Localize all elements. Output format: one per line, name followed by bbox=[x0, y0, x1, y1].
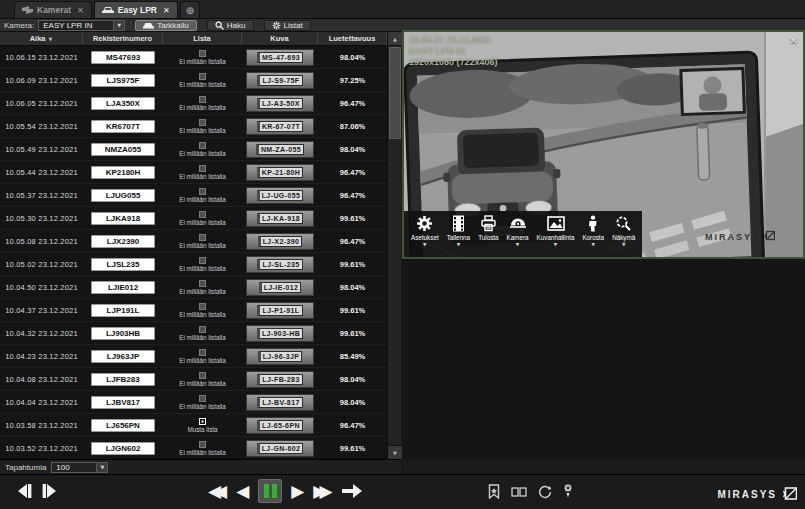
row-list-checkbox[interactable] bbox=[199, 418, 206, 425]
bookmark-icon[interactable] bbox=[488, 484, 500, 499]
table-row[interactable]: 10.06.09 23.12.2021 Ei millään listalla … bbox=[0, 69, 387, 92]
close-tab-icon[interactable]: ✕ bbox=[163, 6, 170, 15]
fast-forward-button[interactable]: ▶▶ bbox=[313, 483, 332, 500]
tab-kamerat[interactable]: Kamerat ✕ bbox=[14, 1, 92, 18]
row-reg-input[interactable] bbox=[91, 189, 155, 202]
row-reg-input[interactable] bbox=[91, 350, 155, 363]
row-reg-input[interactable] bbox=[91, 442, 155, 455]
row-reg-input[interactable] bbox=[91, 396, 155, 409]
row-list-checkbox[interactable] bbox=[199, 280, 206, 287]
close-tab-icon[interactable]: ✕ bbox=[77, 6, 84, 15]
table-row[interactable]: 10.05.08 23.12.2021 Ei millään listalla … bbox=[0, 230, 387, 253]
row-list-checkbox[interactable] bbox=[199, 234, 206, 241]
header-kuva[interactable]: Kuva bbox=[242, 32, 318, 45]
jump-to-end-button[interactable] bbox=[341, 483, 363, 499]
row-list-checkbox[interactable] bbox=[199, 50, 206, 57]
row-plate-text: LJ-SL-235 bbox=[257, 259, 302, 270]
scrollbar-down-button[interactable]: ▼ bbox=[388, 445, 402, 459]
table-row[interactable]: 10.04.23 23.12.2021 Ei millään listalla … bbox=[0, 345, 387, 368]
header-lista[interactable]: Lista bbox=[163, 32, 242, 45]
row-confidence: 96.47% bbox=[340, 237, 365, 246]
table-row[interactable]: 10.04.50 23.12.2021 Ei millään listalla … bbox=[0, 276, 387, 299]
pin-gear-icon[interactable] bbox=[563, 484, 573, 499]
row-plate-image: KP-21-80H bbox=[246, 164, 314, 181]
table-row[interactable]: 10.06.15 23.12.2021 Ei millään listalla … bbox=[0, 46, 387, 69]
row-reg-input[interactable] bbox=[91, 120, 155, 133]
row-list-checkbox[interactable] bbox=[199, 441, 206, 448]
row-reg-input[interactable] bbox=[91, 51, 155, 64]
row-confidence: 99.61% bbox=[340, 329, 365, 338]
row-reg-input[interactable] bbox=[91, 74, 155, 87]
row-reg-input[interactable] bbox=[91, 258, 155, 271]
row-reg-input[interactable] bbox=[91, 97, 155, 110]
new-tab-button[interactable]: ⊕ bbox=[180, 1, 200, 18]
video-tool-nakyma[interactable]: Näkymä ▼ bbox=[609, 214, 638, 247]
row-list-checkbox[interactable] bbox=[199, 96, 206, 103]
header-luetettavuus[interactable]: Luetettavuus bbox=[318, 32, 387, 45]
table-row[interactable]: 10.03.58 23.12.2021 Musta lista LJ-65-6P… bbox=[0, 414, 387, 437]
table-row[interactable]: 10.04.08 23.12.2021 Ei millään listalla … bbox=[0, 368, 387, 391]
row-reg-input[interactable] bbox=[91, 235, 155, 248]
row-reg-input[interactable] bbox=[91, 143, 155, 156]
row-reg-input[interactable] bbox=[91, 373, 155, 386]
row-reg-input[interactable] bbox=[91, 419, 155, 432]
haku-button[interactable]: Haku bbox=[207, 20, 254, 31]
video-tool-kamera[interactable]: Kamera ▼ bbox=[504, 214, 532, 247]
row-list-checkbox[interactable] bbox=[199, 395, 206, 402]
table-row[interactable]: 10.03.52 23.12.2021 Ei millään listalla … bbox=[0, 437, 387, 459]
row-list-checkbox[interactable] bbox=[199, 349, 206, 356]
row-reg-input[interactable] bbox=[91, 281, 155, 294]
table-row[interactable]: 10.06.05 23.12.2021 Ei millään listalla … bbox=[0, 92, 387, 115]
video-view[interactable]: LJ-UG-055 10.05.37 23.12.2021 EASY LPR I… bbox=[402, 30, 805, 259]
table-row[interactable]: 10.05.37 23.12.2021 Ei millään listalla … bbox=[0, 184, 387, 207]
close-video-icon[interactable]: ✕ bbox=[790, 35, 798, 46]
pause-button[interactable] bbox=[258, 479, 282, 503]
tarkkailu-button[interactable]: Tarkkailu bbox=[135, 20, 197, 31]
video-tool-korosta[interactable]: Korosta ▼ bbox=[579, 214, 607, 247]
row-list-checkbox[interactable] bbox=[199, 211, 206, 218]
tab-easy-lpr[interactable]: Easy LPR ✕ bbox=[94, 1, 178, 18]
row-reg-input[interactable] bbox=[91, 212, 155, 225]
step-forward-button[interactable] bbox=[40, 481, 60, 501]
header-aika[interactable]: Aika▼ bbox=[0, 32, 83, 45]
row-list-checkbox[interactable] bbox=[199, 303, 206, 310]
table-row[interactable]: 10.05.44 23.12.2021 Ei millään listalla … bbox=[0, 161, 387, 184]
video-tool-asetukset[interactable]: Asetukset ▼ bbox=[408, 214, 442, 247]
row-list-label: Ei millään listalla bbox=[179, 311, 226, 318]
video-tool-tallenna[interactable]: Tallenna ▼ bbox=[444, 214, 473, 247]
row-list-checkbox[interactable] bbox=[199, 257, 206, 264]
table-row[interactable]: 10.04.04 23.12.2021 Ei millään listalla … bbox=[0, 391, 387, 414]
table-row[interactable]: 10.05.30 23.12.2021 Ei millään listalla … bbox=[0, 207, 387, 230]
video-tool-tulosta[interactable]: Tulosta bbox=[475, 214, 501, 241]
row-list-checkbox[interactable] bbox=[199, 119, 206, 126]
row-plate-text: LJ-96-3JP bbox=[258, 351, 303, 362]
play-button[interactable]: ▶ bbox=[291, 483, 304, 500]
rewind-button[interactable]: ◀◀ bbox=[208, 483, 227, 500]
header-rekisterinumero[interactable]: Rekisterinumero bbox=[83, 32, 163, 45]
row-list-checkbox[interactable] bbox=[199, 142, 206, 149]
step-backward-button[interactable] bbox=[14, 481, 34, 501]
row-list-checkbox[interactable] bbox=[199, 188, 206, 195]
clock-icon[interactable] bbox=[538, 485, 552, 499]
camera-select[interactable]: EASY LPR IN ▼ bbox=[38, 20, 125, 31]
listat-button[interactable]: Listat bbox=[264, 20, 311, 31]
previous-frame-button[interactable]: ◀ bbox=[236, 483, 249, 500]
row-list-checkbox[interactable] bbox=[199, 73, 206, 80]
events-count-select[interactable]: 100 ▼ bbox=[51, 462, 108, 473]
row-list-checkbox[interactable] bbox=[199, 372, 206, 379]
scrollbar-thumb[interactable] bbox=[389, 47, 401, 139]
table-row[interactable]: 10.04.32 23.12.2021 Ei millään listalla … bbox=[0, 322, 387, 345]
row-reg-input[interactable] bbox=[91, 166, 155, 179]
row-reg-input[interactable] bbox=[91, 327, 155, 340]
scrollbar-up-button[interactable]: ▲ bbox=[388, 32, 402, 46]
table-row[interactable]: 10.05.49 23.12.2021 Ei millään listalla … bbox=[0, 138, 387, 161]
row-reg-input[interactable] bbox=[91, 304, 155, 317]
frames-icon[interactable] bbox=[511, 486, 527, 498]
table-scrollbar[interactable]: ▲ ▼ bbox=[387, 32, 401, 459]
row-list-checkbox[interactable] bbox=[199, 326, 206, 333]
table-row[interactable]: 10.05.02 23.12.2021 Ei millään listalla … bbox=[0, 253, 387, 276]
row-list-checkbox[interactable] bbox=[199, 165, 206, 172]
table-row[interactable]: 10.04.37 23.12.2021 Ei millään listalla … bbox=[0, 299, 387, 322]
video-tool-kuvanhallinta[interactable]: Kuvanhallinta ▼ bbox=[534, 214, 578, 247]
table-row[interactable]: 10.05.54 23.12.2021 Ei millään listalla … bbox=[0, 115, 387, 138]
